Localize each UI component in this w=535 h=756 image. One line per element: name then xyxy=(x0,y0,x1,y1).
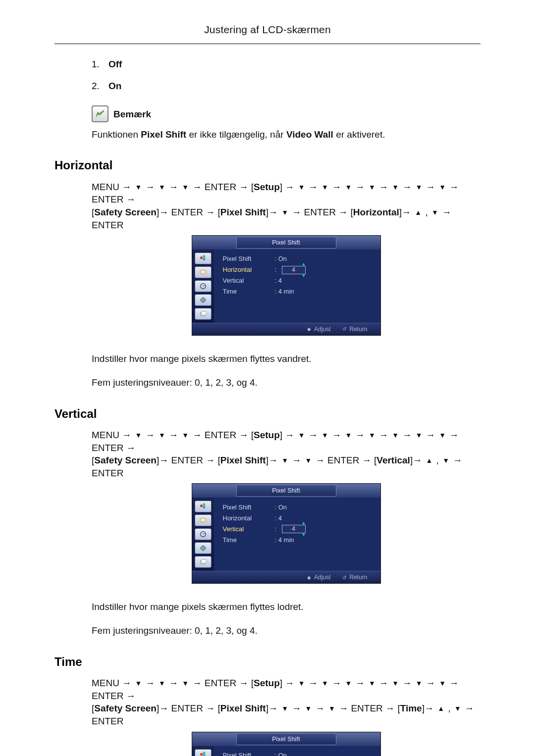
osd-settings: Pixel Shift: OnHorizontal: 4Vertical: 4T… xyxy=(214,746,380,756)
osd-row: Time: 4 min xyxy=(223,534,374,545)
text-bold: Pixel Shift xyxy=(141,129,186,140)
text: er ikke tilgængelig, når xyxy=(186,129,286,140)
svg-point-15 xyxy=(201,546,205,551)
header-rule xyxy=(54,44,481,44)
osd-row: Vertical: 4 xyxy=(223,275,374,286)
section-heading-horizontal: Horizontal xyxy=(54,157,481,173)
desc-horizontal-1: Indstiller hvor mange pixels skærmen fly… xyxy=(92,353,481,365)
osd-row-label: Pixel Shift xyxy=(223,503,275,512)
osd-row-label: Pixel Shift xyxy=(223,751,275,756)
osd-titlebar: Pixel Shift xyxy=(192,236,380,250)
option-label: Off xyxy=(108,59,122,69)
section-heading-vertical: Vertical xyxy=(54,406,481,422)
osd-footer: ◆Adjust↺Return xyxy=(192,571,380,583)
option-off: 1.Off xyxy=(92,58,481,71)
svg-point-13 xyxy=(202,519,204,521)
osd-title: Pixel Shift xyxy=(236,485,336,497)
svg-point-6 xyxy=(201,298,205,302)
osd-row: Pixel Shift: On xyxy=(223,253,374,264)
section-heading-time: Time xyxy=(54,654,481,670)
osd-row-label: Horizontal xyxy=(223,514,275,523)
nav-path-time: MENU → ▼ → ▼ → ▼ → ENTER → [Setup] → ▼ →… xyxy=(92,677,481,728)
note-icon xyxy=(92,105,108,122)
option-label: On xyxy=(108,81,121,91)
option-on: 2.On xyxy=(92,80,481,93)
osd-return-hint: ↺Return xyxy=(342,325,367,333)
osd-titlebar: Pixel Shift xyxy=(192,732,380,746)
osd-vertical: Pixel ShiftPixel Shift: OnHorizontal: 4V… xyxy=(192,483,381,584)
osd-titlebar: Pixel Shift xyxy=(192,484,380,498)
osd-side-icon xyxy=(195,556,212,568)
osd-row-label: Time xyxy=(223,287,275,296)
osd-time: Pixel ShiftPixel Shift: OnHorizontal: 4V… xyxy=(192,732,381,756)
desc-vertical-2: Fem justeringsniveauer: 0, 1, 2, 3, og 4… xyxy=(92,624,481,637)
osd-footer: ◆Adjust↺Return xyxy=(192,323,380,335)
osd-row: Pixel Shift: On xyxy=(223,502,374,512)
osd-settings: Pixel Shift: OnHorizontal: 4Vertical:4▲▼… xyxy=(214,498,380,571)
osd-settings: Pixel Shift: OnHorizontal:4▲▼Vertical: 4… xyxy=(214,250,380,323)
osd-row: Vertical:4▲▼ xyxy=(223,523,374,534)
osd-side-icon xyxy=(195,514,212,526)
text-bold: Video Wall xyxy=(286,129,333,140)
page-header: Justering af LCD-skærmen xyxy=(0,0,535,44)
osd-row: Horizontal: 4 xyxy=(223,512,374,523)
osd-side-icon xyxy=(195,252,212,264)
desc-horizontal-2: Fem justeringsniveauer: 0, 1, 2, 3, og 4… xyxy=(92,376,481,389)
osd-horizontal: Pixel ShiftPixel Shift: OnHorizontal:4▲▼… xyxy=(192,235,381,336)
svg-point-20 xyxy=(203,752,205,754)
osd-side-icon xyxy=(195,542,212,554)
svg-point-2 xyxy=(203,255,205,258)
osd-row-label: Pixel Shift xyxy=(223,254,275,263)
osd-row-label: Horizontal xyxy=(223,265,275,274)
osd-adjust-hint: ◆Adjust xyxy=(307,325,330,333)
osd-sidebar xyxy=(192,746,214,756)
osd-side-icon xyxy=(195,266,212,278)
osd-title: Pixel Shift xyxy=(236,237,336,249)
svg-point-11 xyxy=(203,504,205,506)
osd-return-hint: ↺Return xyxy=(342,573,367,581)
svg-point-4 xyxy=(202,271,204,273)
osd-sidebar xyxy=(192,250,214,323)
svg-rect-8 xyxy=(201,312,206,315)
text: er aktiveret. xyxy=(333,129,385,140)
osd-title: Pixel Shift xyxy=(236,733,336,745)
desc-vertical-1: Indstiller hvor mange pixels skærmen fly… xyxy=(92,601,481,613)
osd-side-icon xyxy=(195,749,212,756)
osd-side-icon xyxy=(195,280,212,292)
nav-path-horizontal: MENU → ▼ → ▼ → ▼ → ENTER → [Setup] → ▼ →… xyxy=(92,181,481,232)
osd-side-icon xyxy=(195,501,212,512)
text: Funktionen xyxy=(92,129,141,140)
osd-row: Time: 4 min xyxy=(223,286,374,297)
osd-row: Pixel Shift: On xyxy=(223,750,374,756)
option-number: 1. xyxy=(92,58,108,71)
svg-point-1 xyxy=(203,258,205,260)
svg-point-18 xyxy=(200,753,203,756)
osd-row-label: Time xyxy=(223,536,275,545)
osd-side-icon xyxy=(195,308,212,320)
osd-sidebar xyxy=(192,498,214,571)
osd-adjust-hint: ◆Adjust xyxy=(307,573,330,581)
osd-side-icon xyxy=(195,528,212,540)
note-text: Funktionen Pixel Shift er ikke tilgængel… xyxy=(92,128,481,141)
svg-point-10 xyxy=(203,506,205,508)
svg-point-9 xyxy=(200,504,203,507)
nav-path-vertical: MENU → ▼ → ▼ → ▼ → ENTER → [Setup] → ▼ →… xyxy=(92,429,481,480)
osd-row: Horizontal:4▲▼ xyxy=(223,264,374,275)
note-label: Bemærk xyxy=(113,108,151,121)
osd-side-icon xyxy=(195,294,212,306)
svg-rect-17 xyxy=(201,560,206,563)
osd-row-label: Vertical xyxy=(223,276,275,285)
svg-point-0 xyxy=(200,256,203,259)
option-number: 2. xyxy=(92,80,108,93)
osd-row-label: Vertical xyxy=(223,525,275,534)
svg-point-19 xyxy=(203,754,205,756)
options-list: 1.Off 2.On xyxy=(92,58,481,92)
